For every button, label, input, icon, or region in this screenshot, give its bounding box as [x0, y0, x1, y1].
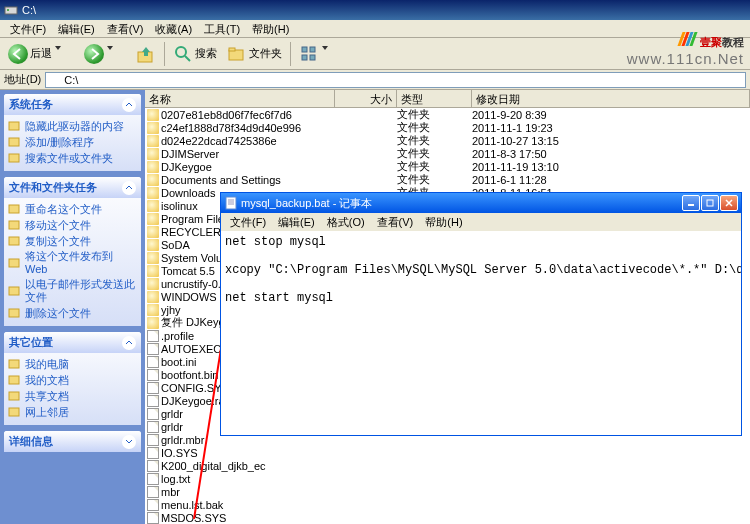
file-date: 2011-11-1 19:23	[472, 122, 750, 134]
file-name: 0207e81eb8d06f7fec6f7d6	[161, 109, 292, 121]
svg-line-4	[185, 56, 190, 61]
task-link[interactable]: 以电子邮件形式发送此文件	[8, 277, 137, 305]
task-link[interactable]: 我的文档	[8, 372, 137, 388]
file-name: grldr	[161, 408, 183, 420]
folder-icon	[147, 304, 159, 316]
col-name[interactable]: 名称	[145, 90, 335, 107]
col-type[interactable]: 类型	[397, 90, 472, 107]
file-icon	[147, 356, 159, 368]
close-button[interactable]	[720, 195, 738, 211]
panel-title: 其它位置	[9, 335, 53, 350]
file-icon	[147, 343, 159, 355]
file-icon	[147, 486, 159, 498]
col-size[interactable]: 大小	[335, 90, 397, 107]
system-tasks-header[interactable]: 系统任务	[4, 94, 141, 115]
back-button[interactable]: 后退	[4, 42, 78, 66]
file-name: RECYCLER	[161, 226, 221, 238]
collapse-icon[interactable]	[122, 336, 136, 350]
folders-button[interactable]: 文件夹	[223, 42, 286, 66]
svg-rect-7	[302, 47, 307, 52]
other-places-header[interactable]: 其它位置	[4, 332, 141, 353]
menu-item[interactable]: 文件(F)	[4, 21, 52, 37]
file-name: yjhy	[161, 304, 181, 316]
views-button[interactable]	[295, 42, 345, 66]
svg-rect-15	[9, 221, 19, 229]
task-label: 我的文档	[25, 374, 69, 387]
file-name: IO.SYS	[161, 447, 198, 459]
chevron-down-icon	[106, 44, 126, 64]
menu-item[interactable]: 文件(F)	[224, 214, 272, 231]
file-name: .profile	[161, 330, 194, 342]
column-headers: 名称 大小 类型 修改日期	[145, 90, 750, 108]
up-button[interactable]	[132, 42, 160, 66]
task-label: 共享文档	[25, 390, 69, 403]
menu-item[interactable]: 收藏(A)	[149, 21, 198, 37]
task-link[interactable]: 网上邻居	[8, 404, 137, 420]
task-link[interactable]: 将这个文件发布到 Web	[8, 249, 137, 277]
details-panel: 详细信息	[4, 431, 141, 452]
task-icon	[8, 284, 22, 298]
maximize-button[interactable]	[701, 195, 719, 211]
file-name: d024e22dcad7425386e	[161, 135, 277, 147]
task-label: 删除这个文件	[25, 307, 91, 320]
search-button[interactable]: 搜索	[169, 42, 221, 66]
folder-icon	[147, 187, 159, 199]
file-icon	[147, 460, 159, 472]
address-label: 地址(D)	[4, 72, 41, 87]
menu-item[interactable]: 编辑(E)	[272, 214, 321, 231]
file-name: boot.ini	[161, 356, 196, 368]
folders-label: 文件夹	[249, 46, 282, 61]
file-row[interactable]: MSDOS.SYS	[145, 511, 750, 524]
notepad-title: mysql_backup.bat - 记事本	[241, 196, 372, 211]
task-link[interactable]: 我的电脑	[8, 356, 137, 372]
menu-item[interactable]: 帮助(H)	[419, 214, 468, 231]
svg-rect-14	[9, 205, 19, 213]
collapse-icon[interactable]	[122, 98, 136, 112]
notepad-body[interactable]: net stop mysql xcopy "C:\Program Files\M…	[221, 231, 741, 435]
address-input[interactable]	[45, 72, 746, 88]
menu-item[interactable]: 工具(T)	[198, 21, 246, 37]
system-tasks-panel: 系统任务 隐藏此驱动器的内容添加/删除程序搜索文件或文件夹	[4, 94, 141, 171]
forward-button[interactable]	[80, 42, 130, 66]
file-row[interactable]: log.txt	[145, 472, 750, 485]
task-link[interactable]: 移动这个文件	[8, 217, 137, 233]
file-name: mbr	[161, 486, 180, 498]
file-row[interactable]: K200_digital_djkb_ec	[145, 459, 750, 472]
svg-point-3	[176, 47, 186, 57]
explorer-titlebar: C:\	[0, 0, 750, 20]
collapse-icon[interactable]	[122, 181, 136, 195]
minimize-button[interactable]	[682, 195, 700, 211]
folder-icon	[147, 109, 159, 121]
svg-rect-29	[707, 200, 713, 206]
svg-rect-1	[7, 9, 9, 11]
svg-rect-22	[9, 392, 19, 400]
notepad-titlebar[interactable]: mysql_backup.bat - 记事本	[221, 193, 741, 213]
task-link[interactable]: 重命名这个文件	[8, 201, 137, 217]
svg-rect-24	[226, 197, 236, 209]
views-icon	[299, 44, 319, 64]
menu-item[interactable]: 格式(O)	[321, 214, 371, 231]
task-link[interactable]: 搜索文件或文件夹	[8, 150, 137, 166]
details-header[interactable]: 详细信息	[4, 431, 141, 452]
task-link[interactable]: 删除这个文件	[8, 305, 137, 321]
file-row[interactable]: IO.SYS	[145, 446, 750, 459]
col-date[interactable]: 修改日期	[472, 90, 750, 107]
task-link[interactable]: 共享文档	[8, 388, 137, 404]
menu-item[interactable]: 编辑(E)	[52, 21, 101, 37]
file-row[interactable]: menu.lst.bak	[145, 498, 750, 511]
menu-item[interactable]: 帮助(H)	[246, 21, 295, 37]
expand-icon[interactable]	[122, 435, 136, 449]
task-link[interactable]: 复制这个文件	[8, 233, 137, 249]
task-link[interactable]: 添加/删除程序	[8, 134, 137, 150]
file-row[interactable]: mbr	[145, 485, 750, 498]
file-folder-tasks-header[interactable]: 文件和文件夹任务	[4, 177, 141, 198]
logo-text-1: 壹聚	[700, 36, 722, 48]
menu-item[interactable]: 查看(V)	[101, 21, 150, 37]
task-link[interactable]: 隐藏此驱动器的内容	[8, 118, 137, 134]
menu-item[interactable]: 查看(V)	[371, 214, 420, 231]
file-icon	[147, 382, 159, 394]
logo-url: www.111cn.Net	[627, 50, 744, 67]
folder-icon	[147, 252, 159, 264]
folder-icon	[147, 265, 159, 277]
task-label: 重命名这个文件	[25, 203, 102, 216]
